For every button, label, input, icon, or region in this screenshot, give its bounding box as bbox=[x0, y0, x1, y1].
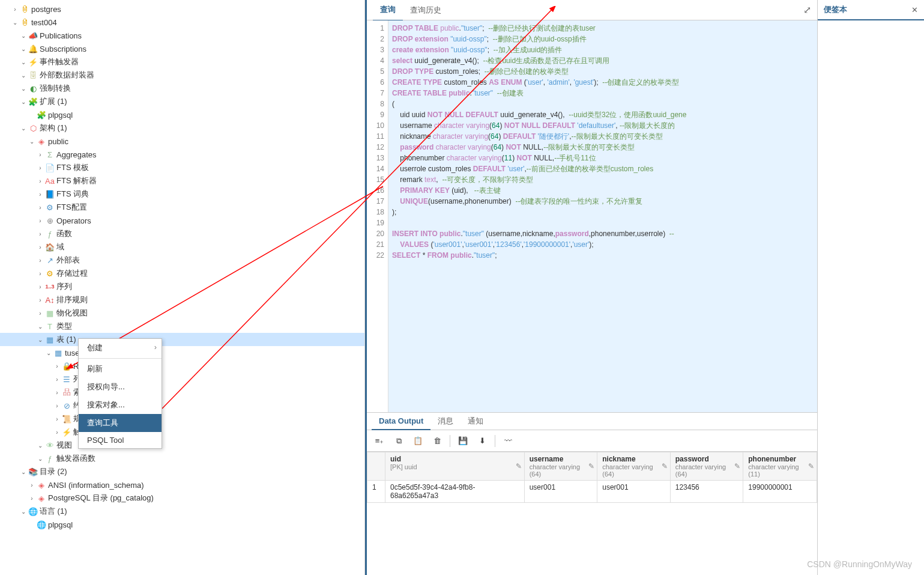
tree-item[interactable]: ⌄ƒ触发器函数 bbox=[0, 452, 364, 465]
tree-item[interactable]: ›🛢postgres bbox=[0, 2, 364, 16]
cell[interactable]: 123456 bbox=[670, 481, 743, 503]
edit-icon[interactable]: ✎ bbox=[734, 462, 740, 470]
tree-item[interactable]: ⌄▦tuser bbox=[0, 346, 364, 359]
tree-item[interactable]: ›◈PostgreSQL 目录 (pg_catalog) bbox=[0, 491, 364, 505]
tree-item[interactable]: ⌄⬡架构 (1) bbox=[0, 121, 364, 135]
menu-item[interactable]: 授权向导... bbox=[79, 378, 162, 396]
tree-item[interactable]: ⌄◐强制转换 bbox=[0, 82, 364, 95]
tree-item[interactable]: ›🏠域 bbox=[0, 240, 364, 254]
tree-arrow-icon[interactable]: › bbox=[36, 297, 44, 303]
code-line[interactable]: INSERT INTO public."tuser" (username,nic… bbox=[392, 228, 814, 239]
column-header[interactable]: passwordcharacter varying (64)✎ bbox=[670, 452, 743, 481]
tree-item[interactable]: ›品索引 bbox=[0, 386, 364, 399]
code-line[interactable]: DROP TABLE public."tuser"; --删除已经执行测试创建的… bbox=[392, 23, 814, 34]
edit-icon[interactable]: ✎ bbox=[808, 462, 814, 470]
tree-arrow-icon[interactable]: › bbox=[36, 191, 44, 198]
tree-item[interactable]: ⌄📚目录 (2) bbox=[0, 465, 364, 478]
tree-item[interactable]: ⌄◈public bbox=[0, 135, 364, 148]
code-line[interactable]: username character varying(64) NOT NULL … bbox=[392, 120, 814, 131]
tree-arrow-icon[interactable]: ⌄ bbox=[36, 336, 44, 343]
tree-item[interactable]: ›ƒ函数 bbox=[0, 227, 364, 240]
tree-item[interactable]: ⌄📣Publications bbox=[0, 29, 364, 42]
tree-arrow-icon[interactable]: ⌄ bbox=[19, 32, 28, 39]
tree-arrow-icon[interactable]: › bbox=[36, 151, 44, 158]
tab-query[interactable]: 查询 bbox=[373, 0, 403, 21]
tab-messages[interactable]: 消息 bbox=[430, 412, 460, 430]
code-line[interactable]: SELECT * FROM public."tuser"; bbox=[392, 250, 814, 261]
code-line[interactable]: UNIQUE(username,phonenumber) --创建表字段的唯一性… bbox=[392, 196, 814, 207]
tree-item[interactable]: ⌄🗄外部数据封装器 bbox=[0, 68, 364, 82]
code-line[interactable]: uid uuid NOT NULL DEFAULT uuid_generate_… bbox=[392, 109, 814, 120]
column-header[interactable]: uid[PK] uuid✎ bbox=[385, 452, 525, 481]
add-row-icon[interactable]: ≡₊ bbox=[370, 433, 388, 449]
tree-arrow-icon[interactable]: › bbox=[28, 482, 36, 488]
tab-notifications[interactable]: 通知 bbox=[460, 412, 491, 430]
code-area[interactable]: DROP TABLE public."tuser"; --删除已经执行测试创建的… bbox=[388, 20, 817, 412]
tree-arrow-icon[interactable]: › bbox=[36, 218, 44, 224]
copy-icon[interactable]: ⧉ bbox=[390, 433, 408, 449]
tree-item[interactable]: ›A↕排序规则 bbox=[0, 293, 364, 306]
object-tree[interactable]: ›🛢postgres⌄🛢test004⌄📣Publications⌄🔔Subsc… bbox=[0, 0, 365, 575]
tree-arrow-icon[interactable]: › bbox=[36, 244, 44, 251]
tree-item[interactable]: 🧩plpgsql bbox=[0, 108, 364, 121]
tree-arrow-icon[interactable]: › bbox=[53, 363, 61, 370]
tree-arrow-icon[interactable]: › bbox=[53, 389, 61, 396]
close-icon[interactable]: ✕ bbox=[911, 5, 918, 14]
cell[interactable]: 19900000001 bbox=[743, 481, 817, 503]
tree-arrow-icon[interactable]: › bbox=[28, 495, 36, 502]
tree-arrow-icon[interactable]: ⌄ bbox=[19, 125, 28, 132]
expand-icon[interactable]: ⤢ bbox=[803, 4, 811, 16]
tree-arrow-icon[interactable]: › bbox=[36, 165, 44, 171]
tab-data-output[interactable]: Data Output bbox=[372, 413, 430, 430]
tree-arrow-icon[interactable]: ⌄ bbox=[36, 442, 44, 449]
tree-item[interactable]: ›⊕Operators bbox=[0, 214, 364, 227]
paste-icon[interactable]: 📋 bbox=[409, 433, 427, 449]
tree-item[interactable]: ›🔒RLS bbox=[0, 359, 364, 373]
tree-arrow-icon[interactable]: › bbox=[36, 257, 44, 264]
code-line[interactable]: remark text, --可变长度，不限制字符类型 bbox=[392, 174, 814, 185]
tree-arrow-icon[interactable]: ⌄ bbox=[44, 350, 53, 356]
tree-arrow-icon[interactable]: › bbox=[36, 204, 44, 211]
tree-item[interactable]: ⌄🛢test004 bbox=[0, 16, 364, 29]
tab-history[interactable]: 查询历史 bbox=[403, 0, 448, 20]
tree-item[interactable]: ⌄🧩扩展 (1) bbox=[0, 95, 364, 108]
tree-item[interactable]: ›⊘约束 bbox=[0, 399, 364, 412]
code-line[interactable]: nickname character varying(64) DEFAULT '… bbox=[392, 131, 814, 142]
code-line[interactable]: DROP extension "uuid-ossp"; --删除已加入的uuid… bbox=[392, 34, 814, 44]
tree-arrow-icon[interactable]: ⌄ bbox=[11, 19, 19, 26]
tree-arrow-icon[interactable]: ⌄ bbox=[19, 46, 28, 52]
tree-arrow-icon[interactable]: › bbox=[36, 310, 44, 317]
edit-icon[interactable]: ✎ bbox=[662, 462, 668, 470]
tree-item[interactable]: ›☰列 bbox=[0, 373, 364, 386]
tree-arrow-icon[interactable]: ⌄ bbox=[19, 59, 28, 65]
tree-item[interactable]: ⌄▦表 (1) bbox=[0, 333, 364, 346]
tree-item[interactable]: ›↗外部表 bbox=[0, 254, 364, 267]
code-line[interactable]: ( bbox=[392, 99, 814, 109]
code-line[interactable]: password character varying(64) NOT NULL,… bbox=[392, 142, 814, 153]
tree-item[interactable]: ⌄👁视图 bbox=[0, 439, 364, 452]
tree-item[interactable]: ⌄🌐语言 (1) bbox=[0, 505, 364, 518]
edit-icon[interactable]: ✎ bbox=[516, 462, 522, 470]
cell[interactable]: user001 bbox=[597, 481, 671, 503]
sql-editor[interactable]: 12345678910111213141516171819202122 DROP… bbox=[367, 20, 817, 412]
menu-item[interactable]: 搜索对象... bbox=[79, 396, 162, 414]
menu-item[interactable]: PSQL Tool bbox=[79, 432, 162, 448]
tree-item[interactable]: ›⚡触发 bbox=[0, 425, 364, 439]
edit-icon[interactable]: ✎ bbox=[588, 462, 594, 470]
table-row[interactable]: 10c5e5d5f-39c4-42a4-9fb8-68a6265a47a3use… bbox=[367, 481, 817, 503]
tree-arrow-icon[interactable]: › bbox=[11, 6, 19, 13]
tree-arrow-icon[interactable]: ⌄ bbox=[19, 72, 28, 79]
tree-arrow-icon[interactable]: ⌄ bbox=[36, 455, 44, 462]
column-header[interactable]: phonenumbercharacter varying (11)✎ bbox=[743, 452, 817, 481]
menu-item[interactable]: 查询工具 bbox=[79, 414, 162, 432]
tree-arrow-icon[interactable]: › bbox=[53, 376, 61, 383]
tree-arrow-icon[interactable]: ⌄ bbox=[19, 469, 28, 475]
column-header[interactable]: usernamecharacter varying (64)✎ bbox=[524, 452, 597, 481]
data-output-grid[interactable]: uid[PK] uuid✎usernamecharacter varying (… bbox=[367, 452, 817, 503]
code-line[interactable]: userrole custom_roles DEFAULT 'user',--前… bbox=[392, 163, 814, 174]
cell[interactable]: 0c5e5d5f-39c4-42a4-9fb8-68a6265a47a3 bbox=[385, 481, 525, 503]
context-menu[interactable]: 创建›刷新授权向导...搜索对象...查询工具PSQL Tool bbox=[78, 338, 162, 449]
tree-arrow-icon[interactable]: › bbox=[36, 270, 44, 277]
tree-item[interactable]: ⌄🔔Subscriptions bbox=[0, 42, 364, 55]
tree-arrow-icon[interactable]: ⌄ bbox=[28, 138, 36, 145]
